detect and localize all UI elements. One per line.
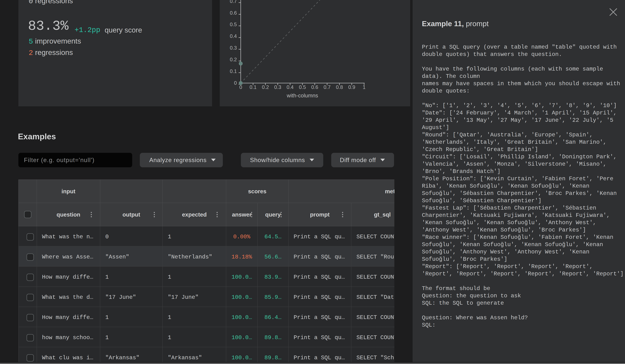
svg-text:0.2: 0.2 — [230, 57, 237, 62]
svg-text:0.2: 0.2 — [262, 84, 269, 90]
svg-text:1: 1 — [363, 84, 365, 90]
svg-text:0: 0 — [234, 80, 237, 86]
svg-text:0.3: 0.3 — [230, 45, 237, 51]
svg-text:0.6: 0.6 — [230, 10, 237, 16]
svg-text:0.1: 0.1 — [230, 68, 237, 74]
svg-text:with-columns: with-columns — [287, 92, 318, 99]
svg-text:0.7: 0.7 — [230, 0, 237, 4]
svg-text:0: 0 — [239, 84, 242, 90]
svg-text:0.3: 0.3 — [274, 84, 281, 90]
svg-text:0.6: 0.6 — [311, 84, 318, 90]
svg-text:0.8: 0.8 — [336, 84, 343, 90]
svg-text:0.7: 0.7 — [324, 84, 331, 90]
svg-text:0.9: 0.9 — [348, 84, 355, 90]
svg-text:0.5: 0.5 — [299, 84, 306, 90]
svg-text:0.1: 0.1 — [250, 84, 256, 90]
svg-text:0.5: 0.5 — [230, 22, 237, 27]
svg-text:0.4: 0.4 — [287, 84, 294, 90]
svg-text:0.4: 0.4 — [230, 33, 237, 39]
